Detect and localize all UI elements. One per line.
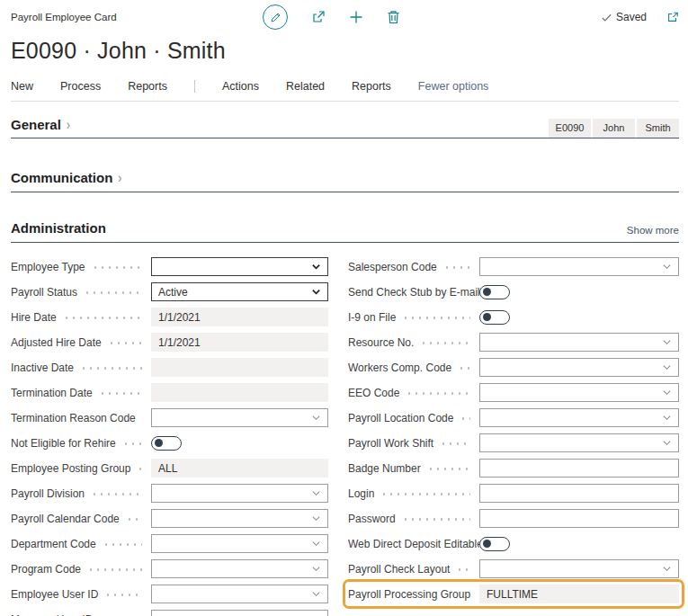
- dotted-leader: [122, 441, 142, 450]
- show-more-link[interactable]: Show more: [627, 225, 679, 236]
- field-label: Not Eligible for Rehire: [11, 437, 116, 450]
- resource-no-lookup[interactable]: [479, 333, 679, 352]
- page-title: E0090 · John · Smith: [11, 38, 679, 64]
- administration-form: Employee Type Payroll Status Active Hire…: [11, 257, 679, 616]
- payroll-check-layout-lookup[interactable]: [479, 559, 679, 578]
- field-row-login: Login: [348, 484, 679, 503]
- dotted-leader: [87, 567, 142, 576]
- adjusted-hire-date-field: 1/1/2021: [151, 333, 328, 352]
- chevron-down-icon: [311, 539, 321, 549]
- field-label: Resource No.: [348, 336, 414, 349]
- field-row-inactive-date: Inactive Date: [11, 358, 328, 377]
- field-label: Adjusted Hire Date: [11, 336, 102, 349]
- eeo-code-lookup[interactable]: [479, 383, 679, 402]
- field-row-payroll-division: Payroll Division: [11, 484, 328, 503]
- menu-reports-1[interactable]: Reports: [128, 80, 167, 93]
- employee-posting-group-field: ALL: [151, 459, 328, 478]
- badge-first-name[interactable]: John: [593, 119, 635, 138]
- dotted-leader: [406, 390, 470, 399]
- payroll-location-code-lookup[interactable]: [479, 408, 679, 427]
- field-row-workers-comp-code: Workers Comp. Code: [348, 358, 679, 377]
- web-direct-deposit-editable-toggle[interactable]: [479, 537, 510, 551]
- saved-label: Saved: [616, 11, 647, 23]
- employee-user-id-lookup[interactable]: [151, 585, 328, 603]
- termination-reason-code-lookup[interactable]: [151, 408, 328, 427]
- chevron-down-icon: [662, 564, 672, 574]
- trash-icon[interactable]: [387, 10, 400, 24]
- chevron-down-icon: [311, 262, 321, 272]
- field-row-employee-user-id: Employee User ID: [11, 585, 328, 603]
- section-general-header[interactable]: General ›: [11, 117, 70, 138]
- payroll-work-shift-lookup[interactable]: [479, 433, 679, 452]
- workers-comp-code-lookup[interactable]: [479, 358, 679, 377]
- field-label: Department Code: [11, 538, 96, 550]
- share-icon[interactable]: [311, 10, 326, 24]
- dotted-leader: [460, 415, 470, 424]
- chevron-down-icon: [311, 564, 321, 574]
- menu-reports-2[interactable]: Reports: [352, 80, 391, 93]
- form-left-column: Employee Type Payroll Status Active Hire…: [11, 257, 328, 616]
- payroll-status-select[interactable]: Active: [151, 282, 328, 301]
- termination-date-field: [151, 383, 328, 402]
- not-eligible-for-rehire-toggle[interactable]: [151, 436, 182, 451]
- chevron-down-icon: [311, 413, 321, 423]
- employee-type-select[interactable]: [151, 257, 328, 276]
- dotted-leader: [458, 365, 470, 374]
- section-administration-header[interactable]: Administration: [11, 220, 106, 236]
- field-label: Manager User ID: [11, 613, 93, 616]
- program-code-lookup[interactable]: [151, 559, 328, 578]
- edit-pencil-icon[interactable]: [263, 4, 288, 30]
- menu-actions[interactable]: Actions: [222, 80, 259, 93]
- dotted-leader: [108, 340, 142, 349]
- salesperson-code-lookup[interactable]: [479, 257, 679, 276]
- menu-related[interactable]: Related: [286, 80, 325, 93]
- menu-process[interactable]: Process: [60, 80, 101, 93]
- field-label: Termination Date: [11, 387, 93, 399]
- action-menu-bar: New Process Reports Actions Related Repo…: [11, 80, 679, 102]
- add-icon[interactable]: [349, 10, 363, 24]
- payroll-processing-group-field: FULLTIME: [479, 585, 679, 603]
- payroll-division-lookup[interactable]: [151, 484, 328, 503]
- payroll-calendar-code-lookup[interactable]: [151, 509, 328, 528]
- field-label: Payroll Location Code: [348, 412, 453, 424]
- dotted-leader: [92, 264, 143, 273]
- department-code-lookup[interactable]: [151, 534, 328, 553]
- badge-last-name[interactable]: Smith: [637, 119, 679, 138]
- field-row-termination-date: Termination Date: [11, 383, 328, 402]
- field-label: Payroll Work Shift: [348, 437, 433, 450]
- dotted-leader: [99, 390, 142, 399]
- send-check-stub-by-email-toggle[interactable]: [479, 285, 510, 299]
- field-row-program-code: Program Code: [11, 559, 328, 578]
- section-communication-header[interactable]: Communication ›: [11, 170, 121, 192]
- field-row-i9-on-file: I-9 on File: [348, 308, 679, 326]
- command-bar: Payroll Employee Card Saved: [11, 0, 679, 31]
- password-input[interactable]: [479, 509, 679, 528]
- field-label: Hire Date: [11, 311, 57, 324]
- popout-icon[interactable]: [666, 11, 679, 23]
- badge-number-input[interactable]: [479, 459, 679, 478]
- field-label: Employee Posting Group: [11, 462, 130, 475]
- dotted-leader: [380, 491, 470, 500]
- menu-fewer-options[interactable]: Fewer options: [418, 80, 489, 93]
- badge-no[interactable]: E0090: [549, 119, 591, 138]
- field-label: Send Check Stub by E-mail: [348, 286, 479, 299]
- toggle-knob: [483, 313, 491, 321]
- section-general: General › E0090 John Smith: [11, 117, 679, 138]
- login-input[interactable]: [479, 484, 679, 503]
- chevron-down-icon: [662, 262, 672, 272]
- menu-new[interactable]: New: [11, 80, 33, 93]
- chevron-down-icon: [662, 388, 672, 397]
- dotted-leader: [402, 315, 470, 324]
- hire-date-field: 1/1/2021: [151, 308, 328, 326]
- field-label: Employee User ID: [11, 588, 98, 601]
- field-label: Badge Number: [348, 462, 421, 475]
- dotted-leader: [84, 290, 142, 299]
- field-row-payroll-processing-group: Payroll Processing Group FULLTIME: [348, 585, 679, 603]
- i9-on-file-toggle[interactable]: [479, 310, 510, 325]
- manager-user-id-lookup[interactable]: [151, 610, 328, 616]
- field-row-eeo-code: EEO Code: [348, 383, 679, 402]
- dotted-leader: [104, 592, 142, 601]
- dotted-leader: [103, 541, 142, 550]
- dotted-leader: [126, 516, 142, 525]
- field-row-payroll-location-code: Payroll Location Code: [348, 408, 679, 427]
